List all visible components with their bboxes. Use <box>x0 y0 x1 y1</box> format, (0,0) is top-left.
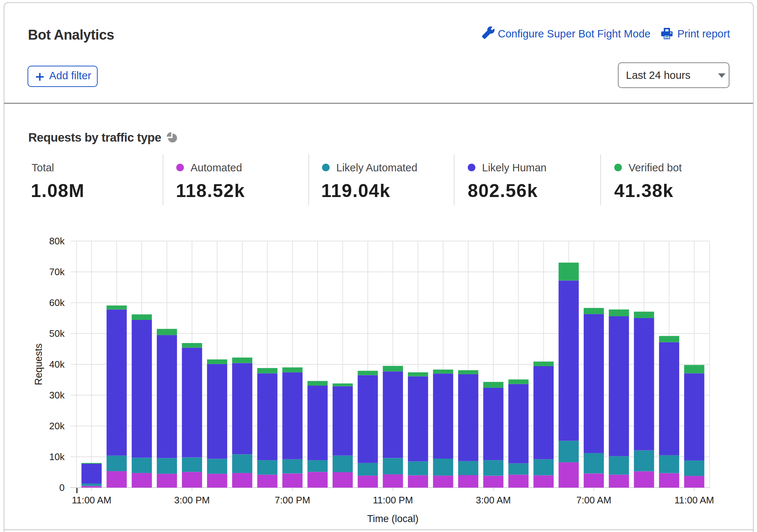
svg-text:11:00 AM: 11:00 AM <box>674 495 714 506</box>
svg-text:50k: 50k <box>49 328 65 339</box>
svg-text:7:00 PM: 7:00 PM <box>275 495 310 506</box>
svg-text:30k: 30k <box>49 390 65 401</box>
svg-text:3:00 PM: 3:00 PM <box>174 495 210 506</box>
svg-text:40k: 40k <box>49 359 65 370</box>
svg-text:Time (local): Time (local) <box>367 513 419 524</box>
svg-text:11:00 AM: 11:00 AM <box>72 495 111 506</box>
svg-text:20k: 20k <box>49 420 65 431</box>
svg-text:70k: 70k <box>49 266 65 277</box>
svg-text:0: 0 <box>59 482 65 493</box>
svg-text:3:00 AM: 3:00 AM <box>476 495 511 506</box>
svg-text:7:00 AM: 7:00 AM <box>576 495 611 506</box>
svg-text:10k: 10k <box>49 451 65 462</box>
svg-text:60k: 60k <box>49 297 65 308</box>
svg-text:11:00 PM: 11:00 PM <box>373 495 413 506</box>
svg-text:Requests: Requests <box>33 343 44 385</box>
svg-text:80k: 80k <box>49 236 65 247</box>
